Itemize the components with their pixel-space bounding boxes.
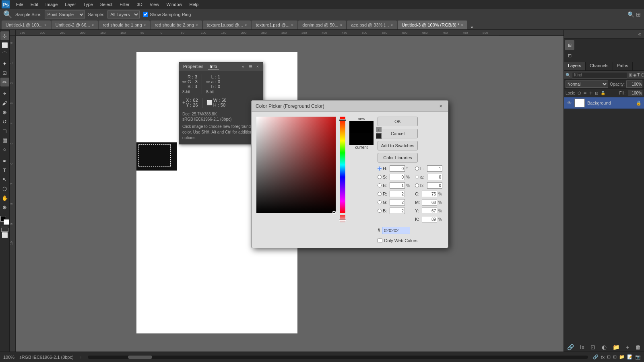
cp-ok-button[interactable]: OK — [378, 117, 418, 126]
lock-transparent-icon[interactable]: ⬡ — [578, 91, 581, 95]
tab-untitled2[interactable]: Untitled-2 @ 66... × — [52, 21, 98, 29]
note-icon[interactable]: 📝 — [627, 354, 633, 360]
cp-color-preview[interactable]: ! — [349, 121, 374, 145]
cp-opacity-slider[interactable] — [340, 215, 345, 223]
tab-texture1a[interactable]: texture1a.psd @... × — [203, 21, 251, 29]
cp-close-button[interactable]: × — [438, 103, 444, 109]
cp-b3-input[interactable] — [427, 182, 442, 189]
cp-b2-radio[interactable] — [378, 209, 382, 213]
cp-l-radio[interactable] — [415, 167, 419, 171]
tool-path-select[interactable]: ↖ — [0, 175, 9, 184]
cp-k-input[interactable] — [422, 216, 437, 222]
tool-eraser[interactable]: ◻ — [0, 126, 9, 135]
cp-h-radio[interactable] — [378, 167, 382, 171]
cp-h-input[interactable] — [390, 165, 405, 172]
tab-texture1[interactable]: texture1.psd @... × — [252, 21, 297, 29]
tab-close[interactable]: × — [92, 23, 94, 27]
blend-mode-select[interactable]: Normal — [566, 80, 608, 88]
layer-delete-btn[interactable]: 🗑 — [635, 344, 641, 350]
cp-hue-slider[interactable] — [340, 117, 345, 213]
tool-marquee[interactable]: ⬜ — [0, 41, 9, 49]
props-tab-properties[interactable]: Properties — [182, 63, 205, 70]
menu-view[interactable]: View — [147, 1, 163, 8]
props-menu[interactable]: ☰ — [248, 64, 253, 70]
cp-b2-input[interactable] — [390, 208, 405, 214]
props-close[interactable]: × — [255, 64, 260, 70]
tool-type[interactable]: T — [0, 166, 9, 175]
menu-help[interactable]: Help — [186, 1, 202, 8]
layer-fx-btn[interactable]: fx — [580, 344, 584, 350]
tab-close[interactable]: × — [44, 23, 47, 27]
scroll-track[interactable] — [88, 356, 588, 359]
mask-icon[interactable]: ⊡ — [607, 354, 611, 360]
filter-type-icon[interactable]: T — [637, 72, 640, 78]
tool-quick-select[interactable]: ✦ — [0, 59, 9, 68]
lock-artboard-icon[interactable]: ⊡ — [595, 91, 598, 95]
menu-type[interactable]: Type — [80, 1, 96, 8]
tool-history[interactable]: ↺ — [0, 117, 9, 126]
tool-stamp[interactable]: ⊕ — [0, 108, 9, 117]
layer-visibility-icon[interactable]: 👁 — [566, 100, 572, 106]
tab-close[interactable]: × — [390, 23, 393, 27]
cp-web-safe-icon[interactable] — [376, 133, 382, 139]
tool-eyedropper[interactable]: ✏ — [0, 78, 9, 86]
show-sampling-ring-checkbox[interactable] — [143, 12, 148, 17]
cp-hex-input[interactable] — [382, 227, 410, 234]
tool-lasso[interactable]: ⌒ — [0, 50, 9, 59]
cp-b-input[interactable] — [390, 182, 405, 189]
cp-only-web-checkbox[interactable] — [378, 238, 382, 243]
cp-r-radio[interactable] — [378, 192, 382, 196]
cp-gradient-box[interactable] — [256, 117, 336, 213]
paths-tab[interactable]: Paths — [613, 62, 633, 70]
screen-mode-icon[interactable]: ⬜ — [2, 232, 8, 238]
tab-red2[interactable]: red should be 2.png × — [151, 21, 202, 29]
show-sampling-ring-label[interactable]: Show Sampling Ring — [143, 12, 191, 17]
filter-pixel-icon[interactable]: ⊞ — [629, 72, 632, 78]
menu-image[interactable]: Image — [42, 1, 61, 8]
opacity-input[interactable] — [626, 80, 642, 88]
tool-move[interactable]: ⊹ — [0, 31, 9, 40]
menu-edit[interactable]: Edit — [27, 1, 41, 8]
cp-g-input[interactable] — [390, 199, 405, 206]
layer-adjust-btn[interactable]: ◐ — [602, 344, 607, 350]
panel-icon-2[interactable]: ⊡ — [565, 51, 574, 60]
tab-close[interactable]: × — [245, 23, 247, 27]
menu-filter[interactable]: Filter — [116, 1, 132, 8]
quick-mask-icon[interactable] — [1, 228, 8, 232]
cp-s-input[interactable] — [390, 174, 405, 180]
filter-adjust-icon[interactable]: ◈ — [633, 72, 636, 78]
cp-b3-radio[interactable] — [415, 183, 419, 187]
tool-brush[interactable]: 🖌 — [0, 99, 9, 107]
tab-close[interactable]: × — [340, 23, 343, 27]
cp-a-radio[interactable] — [415, 175, 419, 179]
cp-g-radio[interactable] — [378, 200, 382, 204]
props-collapse[interactable]: « — [240, 64, 246, 70]
menu-3d[interactable]: 3D — [134, 1, 146, 8]
layer-group-btn[interactable]: 📁 — [613, 344, 619, 350]
tool-crop[interactable]: ⊡ — [0, 68, 9, 77]
sample-size-select[interactable]: Point Sample — [45, 10, 85, 19]
layer-new-btn[interactable]: + — [626, 344, 629, 350]
tab-close[interactable]: × — [291, 23, 293, 27]
cp-l-input[interactable] — [427, 165, 442, 172]
tool-pen[interactable]: ✒ — [0, 156, 9, 165]
tab-ace[interactable]: ace.psd @ 33% (... × — [347, 21, 397, 29]
filter-shape-icon[interactable]: ⬡ — [641, 72, 644, 78]
tab-close[interactable]: × — [144, 23, 146, 27]
props-tab-info[interactable]: Info — [208, 63, 219, 70]
tool-hand[interactable]: ✋ — [0, 193, 9, 202]
arrange-icon[interactable]: ⊞ — [636, 11, 641, 18]
menu-window[interactable]: Window — [163, 1, 185, 8]
menu-select[interactable]: Select — [97, 1, 116, 8]
cp-c-input[interactable] — [422, 191, 437, 197]
layer-mask-btn[interactable]: ⊡ — [590, 344, 595, 350]
lock-position-icon[interactable]: ✛ — [589, 91, 592, 95]
fx-icon[interactable]: fx — [601, 355, 605, 360]
tool-shape[interactable]: ⬡ — [0, 184, 9, 193]
folder-icon[interactable]: 📁 — [619, 354, 625, 360]
tab-untitled1[interactable]: Untitled-1 @ 100... × — [2, 21, 51, 29]
sample-select[interactable]: All Layers — [107, 10, 140, 19]
cp-add-to-swatches-button[interactable]: Add to Swatches — [378, 141, 418, 150]
cp-color-libraries-button[interactable]: Color Libraries — [378, 153, 418, 162]
tool-dodge[interactable]: ○ — [0, 145, 9, 154]
